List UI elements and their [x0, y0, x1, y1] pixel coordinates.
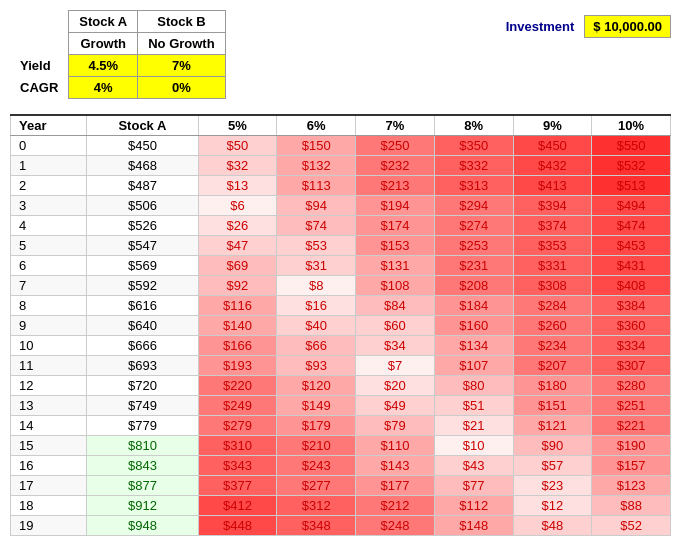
table-row: 7	[11, 276, 87, 296]
heat-cell: $166	[198, 336, 277, 356]
table-row: 4	[11, 216, 87, 236]
heat-cell: $253	[434, 236, 513, 256]
heat-cell: $80	[434, 376, 513, 396]
heat-cell: $332	[434, 156, 513, 176]
heat-cell: $331	[513, 256, 592, 276]
stock-a-value: $749	[87, 396, 198, 416]
heat-cell: $412	[198, 496, 277, 516]
heat-cell: $50	[198, 136, 277, 156]
heat-cell: $60	[356, 316, 435, 336]
heat-cell: $121	[513, 416, 592, 436]
heat-cell: $408	[592, 276, 671, 296]
heat-cell: $116	[198, 296, 277, 316]
stock-a-value: $720	[87, 376, 198, 396]
stock-a-value: $487	[87, 176, 198, 196]
heat-cell: $232	[356, 156, 435, 176]
stock-a-value: $547	[87, 236, 198, 256]
heat-cell: $294	[434, 196, 513, 216]
heat-cell: $150	[277, 136, 356, 156]
heat-cell: $77	[434, 476, 513, 496]
heat-cell: $249	[198, 396, 277, 416]
table-row: 11	[11, 356, 87, 376]
heat-cell: $513	[592, 176, 671, 196]
heat-cell: $47	[198, 236, 277, 256]
stock-a-value: $843	[87, 456, 198, 476]
heat-cell: $431	[592, 256, 671, 276]
heat-cell: $143	[356, 456, 435, 476]
heat-cell: $474	[592, 216, 671, 236]
heat-cell: $92	[198, 276, 277, 296]
heat-cell: $34	[356, 336, 435, 356]
heat-cell: $49	[356, 396, 435, 416]
col-header-6: 6%	[277, 115, 356, 136]
col-header-5: 5%	[198, 115, 277, 136]
heat-cell: $260	[513, 316, 592, 336]
col-header-8: 8%	[434, 115, 513, 136]
heat-cell: $190	[592, 436, 671, 456]
table-row: 19	[11, 516, 87, 536]
heat-cell: $231	[434, 256, 513, 276]
heat-cell: $140	[198, 316, 277, 336]
heat-cell: $149	[277, 396, 356, 416]
heat-cell: $213	[356, 176, 435, 196]
col-header-7: 7%	[356, 115, 435, 136]
table-row: 6	[11, 256, 87, 276]
stock-b-header: Stock B	[138, 11, 225, 33]
heat-cell: $10	[434, 436, 513, 456]
heat-cell: $148	[434, 516, 513, 536]
heat-cell: $310	[198, 436, 277, 456]
table-row: 16	[11, 456, 87, 476]
heat-cell: $220	[198, 376, 277, 396]
yield-label: Yield	[10, 55, 69, 77]
heat-cell: $110	[356, 436, 435, 456]
heat-cell: $157	[592, 456, 671, 476]
stock-a-value: $948	[87, 516, 198, 536]
heat-cell: $394	[513, 196, 592, 216]
stock-a-value: $877	[87, 476, 198, 496]
heat-cell: $20	[356, 376, 435, 396]
heat-cell: $26	[198, 216, 277, 236]
table-row: 12	[11, 376, 87, 396]
heat-cell: $23	[513, 476, 592, 496]
heat-cell: $179	[277, 416, 356, 436]
heat-cell: $374	[513, 216, 592, 236]
heat-cell: $88	[592, 496, 671, 516]
stock-a-value: $468	[87, 156, 198, 176]
heat-cell: $132	[277, 156, 356, 176]
heat-cell: $112	[434, 496, 513, 516]
heat-cell: $57	[513, 456, 592, 476]
heat-cell: $450	[513, 136, 592, 156]
investment-area: Investment $ 10,000.00	[506, 10, 671, 38]
heat-cell: $21	[434, 416, 513, 436]
heat-cell: $343	[198, 456, 277, 476]
stock-a-value: $526	[87, 216, 198, 236]
stock-a-value: $779	[87, 416, 198, 436]
heat-cell: $494	[592, 196, 671, 216]
heat-cell: $79	[356, 416, 435, 436]
heat-cell: $550	[592, 136, 671, 156]
table-row: 10	[11, 336, 87, 356]
table-row: 13	[11, 396, 87, 416]
heat-cell: $108	[356, 276, 435, 296]
table-row: 5	[11, 236, 87, 256]
stock-a-header: Stock A	[69, 11, 138, 33]
stock-a-value: $592	[87, 276, 198, 296]
heat-cell: $6	[198, 196, 277, 216]
heat-cell: $277	[277, 476, 356, 496]
table-row: 2	[11, 176, 87, 196]
heat-cell: $221	[592, 416, 671, 436]
col-header-stocka: Stock A	[87, 115, 198, 136]
heat-cell: $413	[513, 176, 592, 196]
table-row: 3	[11, 196, 87, 216]
heat-cell: $131	[356, 256, 435, 276]
stock-a-value: $912	[87, 496, 198, 516]
heat-cell: $12	[513, 496, 592, 516]
heat-cell: $32	[198, 156, 277, 176]
heat-cell: $193	[198, 356, 277, 376]
heat-cell: $313	[434, 176, 513, 196]
table-row: 8	[11, 296, 87, 316]
no-growth-label: No Growth	[138, 33, 225, 55]
heat-cell: $51	[434, 396, 513, 416]
heat-cell: $334	[592, 336, 671, 356]
heat-cell: $312	[277, 496, 356, 516]
